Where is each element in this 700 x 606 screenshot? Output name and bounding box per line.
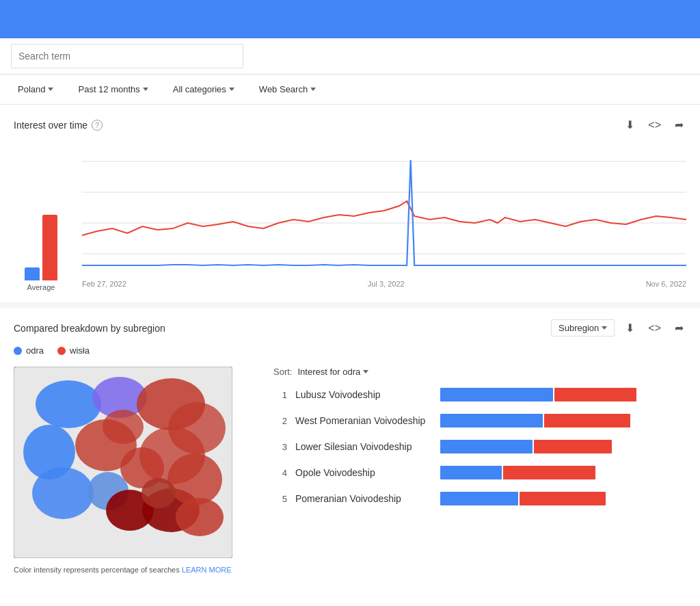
svg-point-15 [32, 467, 94, 519]
subregion-header: Compared breakdown by subregion Subregio… [14, 319, 686, 337]
share-button[interactable]: ➦ [672, 116, 686, 134]
section-header: Interest over time ? ⬇ <> ➦ [14, 116, 686, 134]
svg-point-23 [142, 478, 176, 508]
search-type-label: Web Search [259, 84, 308, 94]
rank-name[interactable]: Lubusz Voivodeship [295, 389, 432, 400]
category-chevron-icon [229, 88, 234, 91]
avg-bars-inner [25, 171, 57, 280]
rank-number: 1 [273, 390, 287, 400]
rank-name[interactable]: Pomeranian Voivodeship [295, 493, 432, 504]
help-icon[interactable]: ? [92, 120, 103, 131]
rank-bar-blue [440, 388, 553, 401]
sort-row: Sort: Interest for odra [273, 367, 686, 377]
sort-label: Sort: [273, 367, 292, 377]
ranking-item: 3 Lower Silesian Voivodeship [273, 440, 686, 453]
sort-chevron-icon [363, 370, 368, 373]
map-area: Color intensity represents percentage of… [14, 367, 246, 574]
ranking-item: 4 Opole Voivodeship [273, 466, 686, 479]
map-caption-text: Color intensity represents percentage of… [14, 566, 180, 574]
rank-name[interactable]: Lower Silesian Voivodeship [295, 441, 432, 452]
poland-map-svg [14, 367, 232, 558]
line-chart-area: 100 75 50 25 Feb 27, 2022 Jul 3, 2022 No… [82, 155, 686, 291]
legend-dot-odra [14, 347, 22, 355]
download-button[interactable]: ⬇ [623, 116, 637, 134]
ranking-item: 1 Lubusz Voivodeship [273, 388, 686, 401]
subregion-share-button[interactable]: ➦ [672, 319, 686, 337]
chart-container: Average 100 75 50 25 Feb 27, 20 [14, 141, 686, 291]
category-label: All categories [173, 84, 226, 94]
legend-dot-wisla [57, 347, 66, 355]
subregion-dropdown-label: Subregion [558, 323, 599, 333]
subregion-content: Color intensity represents percentage of… [14, 367, 686, 574]
category-filter[interactable]: All categories [169, 81, 239, 97]
legend-row: odra wisła [14, 345, 686, 356]
rank-bar-red [544, 414, 630, 427]
rank-bars [440, 388, 686, 401]
svg-point-24 [168, 402, 226, 454]
region-label: Poland [18, 84, 45, 94]
subregion-download-button[interactable]: ⬇ [623, 319, 637, 337]
chart-x-labels: Feb 27, 2022 Jul 3, 2022 Nov 6, 2022 [82, 280, 686, 288]
ranking-item: 5 Pomeranian Voivodeship [273, 492, 686, 505]
section-title: Interest over time ? [14, 120, 103, 131]
x-label-1: Feb 27, 2022 [82, 280, 126, 288]
rank-bars [440, 492, 686, 505]
rank-number: 4 [273, 468, 287, 478]
rank-bars [440, 466, 686, 479]
sort-value-text: Interest for odra [297, 367, 360, 377]
rank-bar-red [503, 466, 595, 479]
legend-label-wisla: wisła [70, 345, 90, 356]
subregion-title: Compared breakdown by subregion [14, 323, 165, 334]
rank-name[interactable]: Opole Voivodeship [295, 467, 432, 478]
map-caption: Color intensity represents percentage of… [14, 566, 246, 574]
x-label-2: Jul 3, 2022 [368, 280, 405, 288]
section-title-text: Interest over time [14, 120, 88, 131]
region-filter[interactable]: Poland [14, 81, 57, 97]
time-chevron-icon [143, 88, 148, 91]
rank-name[interactable]: West Pomeranian Voivodeship [295, 415, 432, 426]
line-chart-svg: 100 75 50 25 [82, 155, 686, 278]
avg-bar-blue [25, 267, 40, 280]
rank-number: 2 [273, 416, 287, 426]
section-actions: ⬇ <> ➦ [623, 116, 686, 134]
rank-number: 5 [273, 494, 287, 504]
learn-more-link[interactable]: LEARN MORE [182, 566, 232, 574]
subregion-chevron-icon [602, 326, 607, 330]
subregion-section: Compared breakdown by subregion Subregio… [0, 308, 700, 585]
legend-label-odra: odra [26, 345, 44, 356]
search-type-chevron-icon [310, 88, 316, 91]
x-label-3: Nov 6, 2022 [646, 280, 686, 288]
time-filter[interactable]: Past 12 months [74, 81, 152, 97]
top-bar [0, 0, 700, 38]
avg-label: Average [27, 283, 55, 291]
time-label: Past 12 months [78, 84, 139, 94]
subregion-embed-button[interactable]: <> [645, 319, 664, 337]
rank-bar-red [534, 440, 612, 453]
subregion-controls: Subregion ⬇ <> ➦ [551, 319, 686, 337]
subregion-dropdown[interactable]: Subregion [551, 319, 615, 337]
rank-bar-blue [440, 440, 533, 453]
svg-point-14 [103, 410, 144, 444]
rank-bar-blue [440, 492, 518, 505]
svg-point-22 [167, 453, 222, 505]
legend-item-odra: odra [14, 345, 44, 356]
ranking-item: 2 West Pomeranian Voivodeship [273, 414, 686, 427]
rank-bar-blue [440, 414, 543, 427]
search-type-filter[interactable]: Web Search [255, 81, 320, 97]
filter-row: Poland Past 12 months All categories Web… [0, 75, 700, 105]
svg-point-9 [36, 380, 101, 428]
sort-value-dropdown[interactable]: Interest for odra [297, 367, 368, 377]
average-bars: Average [14, 171, 68, 291]
legend-item-wisla: wisła [57, 345, 90, 356]
rankings-area: Sort: Interest for odra 1 Lubusz Voivode… [273, 367, 686, 518]
avg-bar-red [42, 215, 57, 280]
embed-button[interactable]: <> [645, 116, 664, 134]
search-bar-row [0, 38, 700, 75]
rank-bars [440, 414, 686, 427]
search-input[interactable] [11, 44, 243, 68]
region-chevron-icon [48, 88, 53, 91]
interest-over-time-section: Interest over time ? ⬇ <> ➦ Average [0, 105, 700, 308]
rank-bars [440, 440, 686, 453]
rank-bar-red [554, 388, 636, 401]
rank-bar-red [520, 492, 606, 505]
